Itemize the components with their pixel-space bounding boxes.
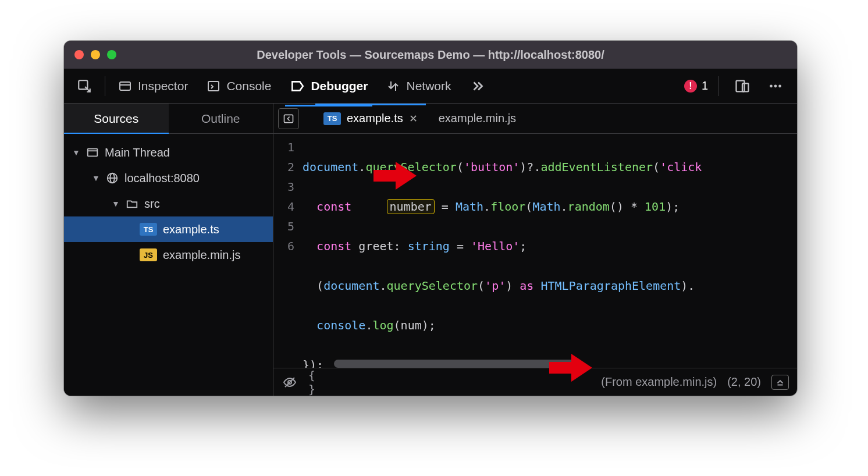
tree-file-example-ts[interactable]: TS example.ts — [64, 216, 273, 242]
tree-label: src — [144, 197, 160, 211]
titlebar: Developer Tools — Sourcemaps Demo — http… — [64, 41, 797, 69]
kebab-menu-button[interactable] — [763, 74, 788, 98]
tab-label: Network — [406, 79, 451, 93]
sidebar: Sources Outline ▼ Main Thread ▼ — [64, 104, 273, 396]
sidebar-tabs: Sources Outline — [64, 104, 273, 134]
source-tree: ▼ Main Thread ▼ localhost:8080 ▼ — [64, 134, 273, 268]
network-icon — [386, 79, 400, 93]
svg-rect-1 — [120, 82, 130, 90]
svg-rect-5 — [742, 83, 749, 91]
zoom-window-button[interactable] — [107, 50, 116, 59]
tab-label: Outline — [201, 112, 240, 126]
cursor-position: (2, 20) — [727, 375, 761, 389]
svg-rect-3 — [208, 81, 219, 91]
svg-point-7 — [774, 84, 777, 87]
tab-debugger[interactable]: Debugger — [282, 74, 376, 98]
tab-label: Debugger — [311, 79, 368, 93]
tab-inspector[interactable]: Inspector — [110, 74, 196, 98]
tree-host[interactable]: ▼ localhost:8080 — [64, 165, 273, 191]
toolbar-right: ! 1 — [684, 73, 792, 99]
chevron-down-icon: ▼ — [112, 199, 120, 208]
toolbar-separator — [105, 76, 105, 96]
tab-label: example.ts — [347, 112, 403, 125]
tree-label: Main Thread — [105, 146, 170, 159]
tab-console[interactable]: Console — [198, 74, 279, 98]
tree-file-example-min-js[interactable]: JS example.min.js — [64, 242, 273, 268]
code-editor[interactable]: 1 2 3 4 5 6 document.querySelector('butt… — [273, 134, 797, 368]
pick-element-button[interactable] — [69, 74, 100, 98]
traffic-lights — [74, 50, 116, 59]
minimize-window-button[interactable] — [91, 50, 100, 59]
chevron-down-icon: ▼ — [72, 148, 80, 157]
toggle-sidebar-button[interactable] — [278, 108, 299, 129]
horizontal-scrollbar[interactable] — [334, 360, 578, 368]
statusbar: { } (From example.min.js) (2, 20) — [273, 368, 797, 396]
debugger-icon — [290, 79, 305, 94]
tab-label: example.min.js — [439, 112, 516, 125]
inspector-icon — [118, 79, 132, 93]
editor-tab-example-ts[interactable]: TS example.ts ✕ — [315, 104, 426, 133]
blackbox-button[interactable] — [282, 374, 298, 390]
ts-file-icon: TS — [140, 223, 157, 236]
jump-button[interactable] — [771, 375, 789, 390]
sidebar-tab-sources[interactable]: Sources — [64, 104, 169, 133]
svg-rect-4 — [737, 80, 745, 91]
sidebar-tab-outline[interactable]: Outline — [169, 104, 273, 133]
svg-rect-14 — [284, 115, 293, 122]
chevron-double-right-icon — [470, 79, 485, 94]
main-body: Sources Outline ▼ Main Thread ▼ — [64, 104, 797, 396]
devtools-window: Developer Tools — Sourcemaps Demo — http… — [64, 41, 797, 396]
responsive-mode-button[interactable] — [730, 73, 755, 99]
window-title: Developer Tools — Sourcemaps Demo — http… — [64, 48, 797, 62]
ts-file-icon: TS — [323, 112, 341, 125]
tab-label: Sources — [94, 112, 138, 126]
window-icon — [86, 146, 99, 159]
toolbar-separator — [718, 76, 719, 96]
close-tab-button[interactable]: ✕ — [409, 112, 418, 125]
js-file-icon: JS — [140, 248, 157, 261]
toolbar: Inspector Console Debugger Network — [64, 69, 797, 104]
pretty-print-button[interactable]: { } — [308, 374, 325, 390]
tree-label: localhost:8080 — [124, 172, 200, 185]
svg-rect-9 — [88, 149, 98, 157]
error-count-badge[interactable]: ! 1 — [684, 79, 708, 93]
svg-point-8 — [778, 84, 781, 87]
error-icon: ! — [684, 80, 697, 93]
kebab-icon — [768, 79, 783, 94]
line-number-gutter: 1 2 3 4 5 6 — [273, 134, 303, 368]
close-window-button[interactable] — [74, 50, 84, 59]
hover-token-number: number — [387, 199, 435, 214]
tree-label: example.ts — [163, 223, 219, 236]
svg-point-6 — [770, 84, 773, 87]
tab-label: Inspector — [138, 79, 188, 93]
tab-label: Console — [226, 79, 271, 93]
editor-pane: TS example.ts ✕ example.min.js 1 2 3 4 5… — [273, 104, 797, 396]
chevron-down-icon: ▼ — [92, 173, 100, 183]
console-icon — [207, 79, 220, 93]
error-count: 1 — [702, 79, 708, 93]
tab-network[interactable]: Network — [378, 74, 459, 98]
folder-icon — [126, 197, 138, 210]
tree-main-thread[interactable]: ▼ Main Thread — [64, 140, 273, 165]
source-mapped-from: (From example.min.js) — [601, 375, 717, 389]
tree-folder-src[interactable]: ▼ src — [64, 191, 273, 216]
globe-icon — [106, 172, 119, 184]
editor-tabs: TS example.ts ✕ example.min.js — [273, 104, 797, 134]
devices-icon — [734, 78, 750, 94]
braces-icon: { } — [308, 368, 325, 396]
editor-tab-example-min-js[interactable]: example.min.js — [431, 104, 524, 133]
pick-element-icon — [77, 79, 92, 94]
tree-label: example.min.js — [163, 248, 240, 262]
collapse-left-icon — [283, 113, 294, 125]
code-content[interactable]: document.querySelector('button')?.addEve… — [303, 134, 797, 368]
overflow-tabs-button[interactable] — [462, 74, 493, 98]
